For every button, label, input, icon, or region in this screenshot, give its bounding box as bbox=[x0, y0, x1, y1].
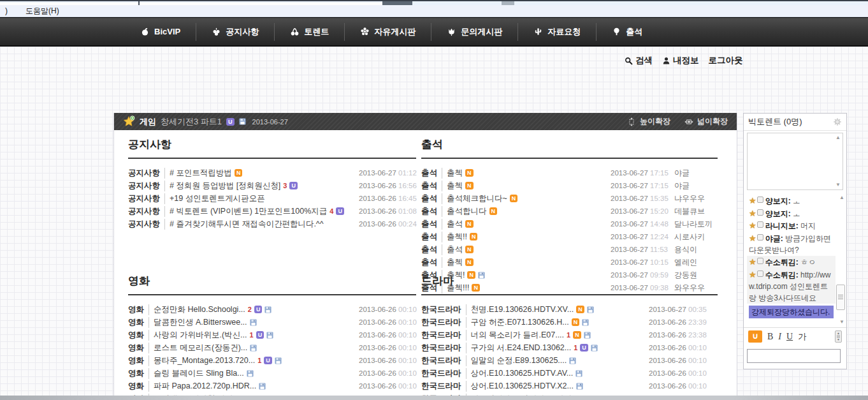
list-item[interactable]: 출석 출석합니다 N 2013-06-27 15:20 데블큐브 bbox=[421, 205, 718, 218]
underline-button[interactable]: U bbox=[786, 332, 793, 342]
list-item[interactable]: 한국드라마 천명.E19.130626.HDTV.XV... N 2013-06… bbox=[421, 303, 718, 316]
person-icon bbox=[662, 57, 670, 65]
list-item[interactable]: 공지사항 # 포인트적립방법 N 2013-06-27 01:12 bbox=[128, 167, 416, 179]
list-item[interactable]: 영화 슬링 블레이드 Sling Bla... 2013-06-26 00:10 bbox=[128, 367, 416, 380]
chat-message: ★수소튀김: ㅎㅇ bbox=[747, 256, 835, 269]
list-item[interactable]: 영화 달콤한인생 A.Bitterswee... 2013-06-26 00:1… bbox=[128, 316, 416, 329]
nav-item-request[interactable]: 자료요청 bbox=[517, 23, 596, 41]
chat-message: ★야글: 방금가입하면 다운못받나여? bbox=[747, 232, 835, 256]
width-expand-button[interactable]: 넓이확장 bbox=[684, 116, 728, 127]
scroll-down-icon[interactable]: ▼ bbox=[839, 320, 844, 325]
list-item[interactable]: 공지사항 # 정회원 등업방법 [정회원신청] 3 U 2013-06-26 1… bbox=[128, 179, 416, 192]
file-icon bbox=[259, 383, 266, 390]
drama-list: 한국드라마 천명.E19.130626.HDTV.XV... N 2013-06… bbox=[421, 303, 718, 400]
list-item[interactable]: 출석 출첵 N 2013-06-27 17:15 야글 bbox=[421, 167, 718, 179]
chat-username[interactable]: 수소튀김: bbox=[765, 258, 799, 267]
chat-username[interactable]: 양보지: bbox=[765, 209, 791, 218]
chat-input[interactable] bbox=[747, 349, 841, 363]
new-badge: N bbox=[467, 271, 475, 279]
file-icon bbox=[247, 370, 254, 377]
new-badge: N bbox=[465, 169, 474, 177]
nav-item-bicvip[interactable]: BicVIP bbox=[125, 24, 196, 40]
italic-button[interactable]: I bbox=[778, 332, 781, 342]
chat-header: 빅토렌트 (0명) bbox=[744, 114, 846, 131]
chat-title: 빅토렌트 (0명) bbox=[748, 116, 802, 128]
author-name[interactable]: 달나라토끼 bbox=[674, 219, 718, 230]
author-name[interactable]: 와우우우 bbox=[674, 283, 718, 293]
scroll-up-icon[interactable]: ▲ bbox=[835, 135, 841, 140]
menu-item-truncated[interactable]: ) bbox=[5, 6, 8, 15]
list-item[interactable]: 한국드라마 구가의 서.E24.END.13062... 1 U 2013-06… bbox=[421, 341, 718, 354]
list-item[interactable]: 출석 출석체크합니다~ N 2013-06-27 15:35 냐우우우 bbox=[421, 192, 718, 205]
logout-label: 로그아웃 bbox=[709, 55, 743, 66]
scroll-down-icon[interactable]: ▼ bbox=[835, 182, 841, 188]
list-item[interactable]: 한국드라마 너의 목소리가 들려.E07.... 1 N 2013-06-26 … bbox=[421, 329, 718, 341]
file-icon bbox=[275, 357, 282, 364]
header-category[interactable]: 게임 bbox=[140, 116, 156, 128]
list-item[interactable]: 출석 출첵 N 2013-06-27 17:15 야글 bbox=[421, 179, 718, 192]
update-badge: U bbox=[254, 306, 263, 313]
myinfo-link[interactable]: 내정보 bbox=[662, 55, 699, 66]
nav-label: 자료요청 bbox=[547, 26, 581, 38]
author-name[interactable]: 냐우우우 bbox=[674, 193, 718, 204]
list-item[interactable]: 한국드라마 구암 허준.E071.130626.H... N 2013-06-2… bbox=[421, 316, 718, 329]
author-name[interactable]: 야글 bbox=[674, 181, 718, 191]
author-name[interactable]: 데블큐브 bbox=[674, 206, 718, 217]
list-item[interactable]: 영화 로스트 메모리즈(장동건)... 2013-06-26 00:10 bbox=[128, 341, 416, 354]
height-expand-button[interactable]: 높이확장 bbox=[627, 116, 670, 127]
nav-item-freeboard[interactable]: 자유게시판 bbox=[344, 23, 431, 41]
list-item[interactable]: 출석 출첵 N 2013-06-27 10:15 엘레인 bbox=[421, 256, 718, 269]
update-badge: U bbox=[580, 344, 588, 352]
section-movies: 영화 영화 순정만화 Hello.Schoolgi... 2 U 2013-06… bbox=[128, 274, 416, 400]
list-item[interactable]: 출석 출첵!! N 2013-06-27 12:24 시로사키 bbox=[421, 230, 718, 243]
user-links: 검색 내정보 로그아웃 bbox=[625, 55, 743, 66]
author-name[interactable]: 시로사키 bbox=[674, 232, 718, 242]
logout-link[interactable]: 로그아웃 bbox=[709, 55, 743, 66]
chat-username[interactable]: 라니지보: bbox=[765, 221, 799, 230]
list-item[interactable]: 출석 출첵!!! N 2013-06-27 09:38 와우우우 bbox=[421, 281, 718, 294]
gear-icon[interactable] bbox=[833, 117, 842, 126]
scroll-up-icon[interactable]: ▲ bbox=[839, 195, 844, 200]
list-item[interactable]: 공지사항 # 빅토렌트 (VIP이벤트) 1만포인트100%지급 4 U 201… bbox=[128, 205, 416, 218]
author-name[interactable]: 용식이 bbox=[674, 244, 718, 255]
list-item[interactable]: 영화 순정만화 Hello.Schoolgi... 2 U 2013-06-26… bbox=[128, 303, 416, 316]
new-badge: N bbox=[465, 182, 474, 189]
main-navbar: BicVIP 공지사항 토렌트 자유게시판 문의게시판 자료요청 출석 bbox=[0, 17, 868, 47]
emoticon-button[interactable]: ∪ bbox=[748, 330, 762, 343]
header-title[interactable]: 창세기전3 파트1 bbox=[161, 116, 222, 128]
list-item[interactable]: 출석 출석 N 2013-06-27 14:48 달나라토끼 bbox=[421, 218, 718, 230]
author-name[interactable]: 엘레인 bbox=[674, 257, 718, 268]
level-star-icon: ★ bbox=[749, 209, 756, 218]
list-item[interactable]: 영화 파파 Papa.2012.720p.HDR... 2013-06-26 0… bbox=[128, 380, 416, 392]
nav-item-attend[interactable]: 출석 bbox=[596, 23, 658, 41]
chat-username[interactable]: 야글: bbox=[765, 234, 783, 243]
list-item[interactable]: 한국드라마 일말의 순정.E89.130625.... 2013-06-26 0… bbox=[421, 354, 718, 367]
bold-button[interactable]: B bbox=[767, 332, 773, 342]
font-button[interactable]: 가 bbox=[798, 331, 806, 343]
list-item[interactable]: 한국드라마 상어.E10.130625.HDTV.X2... 2013-06-2… bbox=[421, 380, 718, 392]
list-item[interactable]: 출석 출첵! N 2013-06-27 09:59 강동원 bbox=[421, 269, 718, 281]
menu-item-help[interactable]: 도움말(H) bbox=[25, 6, 59, 17]
file-icon bbox=[569, 357, 576, 364]
author-name[interactable]: 야글 bbox=[674, 168, 718, 179]
list-item[interactable]: 영화 몽타주_Montage.2013.720... 1 U 2013-06-2… bbox=[128, 354, 416, 367]
chat-username[interactable]: 수소튀김: bbox=[765, 270, 799, 279]
nav-icon bbox=[360, 27, 370, 36]
chat-text: 머지 bbox=[800, 221, 816, 230]
update-badge: U bbox=[289, 182, 298, 189]
size-stepper[interactable]: ▲▼ bbox=[835, 330, 842, 343]
list-item[interactable]: 공지사항 +19 성인토렌트게시판오픈 2013-06-26 16:45 bbox=[128, 192, 416, 205]
new-badge: N bbox=[573, 331, 581, 339]
nav-item-torrent[interactable]: 토렌트 bbox=[274, 23, 344, 41]
nav-label: 자유게시판 bbox=[374, 26, 416, 38]
nav-item-notice[interactable]: 공지사항 bbox=[196, 23, 274, 41]
list-item[interactable]: 한국드라마 상어.E10.130625.HDTV.AV... 2013-06-2… bbox=[421, 367, 718, 380]
list-item[interactable]: 영화 사랑의 가위바위보.(박신... 1 U 2013-06-26 00:10 bbox=[128, 329, 416, 341]
nav-item-inquiry[interactable]: 문의게시판 bbox=[431, 23, 517, 41]
list-item[interactable]: 출석 출석 N 2013-06-27 11:53 용식이 bbox=[421, 243, 718, 256]
scrollbar-thumb[interactable] bbox=[836, 285, 845, 310]
list-item[interactable]: 공지사항 # 즐겨찾기해두시면 재접속이간편합니다.^^ 2013-06-26 … bbox=[128, 218, 416, 230]
author-name[interactable]: 강동원 bbox=[674, 270, 718, 281]
search-link[interactable]: 검색 bbox=[625, 55, 653, 66]
chat-username[interactable]: 양보지: bbox=[765, 196, 791, 205]
